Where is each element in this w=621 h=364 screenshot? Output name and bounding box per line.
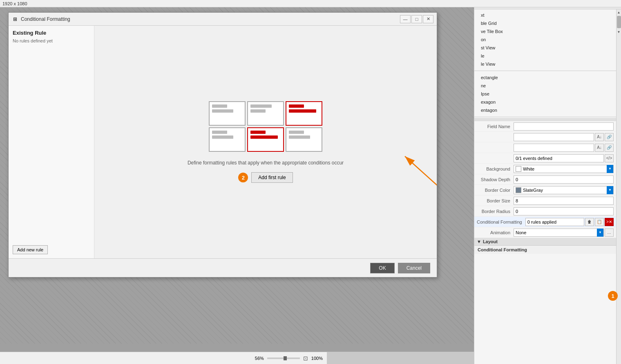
illus-cell-1 xyxy=(209,101,246,126)
zoom-full-label: 100% xyxy=(311,356,323,361)
panel-shapes-list: ectangle ne Ipse exagon entagon xyxy=(474,72,616,116)
border-color-name: SlateGray xyxy=(523,188,543,193)
field2-row: A↓ 🔗 xyxy=(474,142,616,153)
border-color-select-arrow[interactable]: ▼ xyxy=(607,186,613,194)
panel-footer-label: Conditional Formatting xyxy=(474,245,616,254)
panel-item-on[interactable]: on xyxy=(474,36,616,44)
border-size-value xyxy=(514,197,614,205)
ok-button[interactable]: OK xyxy=(370,263,394,273)
border-color-select[interactable]: SlateGray ▼ xyxy=(514,186,614,194)
panel-item-le[interactable]: le xyxy=(474,52,616,60)
background-select[interactable]: White ▼ xyxy=(514,165,614,173)
field1-icon-link[interactable]: 🔗 xyxy=(605,133,614,141)
border-size-row: Border Size xyxy=(474,195,616,206)
field2-icon-a[interactable]: A↓ xyxy=(595,144,604,152)
cf-description: Define formatting rules that apply when … xyxy=(188,160,344,166)
illus-bar-red xyxy=(289,104,304,108)
border-radius-input[interactable] xyxy=(514,207,614,215)
panel-item-ellipse[interactable]: Ipse xyxy=(474,90,616,98)
background-select-arrow[interactable]: ▼ xyxy=(607,165,613,173)
events-row: 0/1 events defined </> xyxy=(474,153,616,164)
add-first-rule-section: 2 Add first rule xyxy=(238,172,293,183)
zoom-thumb xyxy=(284,356,287,360)
sidebar-empty-message: No rules defined yet xyxy=(13,38,90,43)
illus-bar xyxy=(212,104,227,108)
right-panel-scrollbar: ▲ ▼ xyxy=(616,9,621,364)
panel-divider-2 xyxy=(474,117,616,117)
events-code-icon[interactable]: </> xyxy=(605,154,614,162)
field2-value: A↓ 🔗 xyxy=(514,144,614,152)
right-panel-scroll: xt ble Grid ve Tile Box on st View le le… xyxy=(474,9,621,364)
panel-item-pentagon[interactable]: entagon xyxy=(474,106,616,114)
cf-illustration xyxy=(209,101,322,152)
cf-row-label: Conditional Formatting xyxy=(477,220,525,224)
events-value: 0/1 events defined </> xyxy=(514,154,614,162)
border-size-input[interactable] xyxy=(514,197,614,205)
panel-item-rectangle[interactable]: ectangle xyxy=(474,73,616,82)
illus-cell-6 xyxy=(286,127,322,152)
animation-select-arrow[interactable]: ▼ xyxy=(597,229,603,237)
scroll-thumb[interactable] xyxy=(617,16,621,28)
background-color-name: White xyxy=(523,166,534,171)
events-select[interactable]: 0/1 events defined xyxy=(514,154,604,162)
panel-item-line[interactable]: ne xyxy=(474,82,616,90)
right-panel-content: xt ble Grid ve Tile Box on st View le le… xyxy=(474,9,616,364)
shadow-depth-value xyxy=(514,175,614,184)
animation-row: Animation None ▼ … xyxy=(474,227,616,238)
cf-copy-btn[interactable]: 📋 xyxy=(595,218,604,226)
panel-item-le-view[interactable]: le View xyxy=(474,60,616,68)
field1-input[interactable] xyxy=(514,133,594,141)
panel-divider-1 xyxy=(474,71,616,71)
animation-more-btn[interactable]: … xyxy=(605,229,614,237)
background-value: White ▼ xyxy=(514,165,614,173)
field2-icon-link[interactable]: 🔗 xyxy=(605,144,614,152)
animation-select[interactable]: None ▼ xyxy=(514,229,604,237)
field2-input[interactable] xyxy=(514,144,594,152)
add-new-rule-button[interactable]: Add new rule xyxy=(13,245,48,254)
maximize-button[interactable]: □ xyxy=(411,15,422,23)
field-name-input[interactable] xyxy=(514,122,614,131)
add-first-rule-button[interactable]: Add first rule xyxy=(251,172,293,183)
layout-section-header: ▼ Layout xyxy=(474,238,616,245)
shadow-depth-label: Shadow Depth xyxy=(477,177,514,182)
zoom-slider[interactable] xyxy=(267,357,300,359)
panel-item-xt[interactable]: xt xyxy=(474,11,616,19)
border-color-row: Border Color SlateGray ▼ xyxy=(474,185,616,195)
events-select-content: 0/1 events defined xyxy=(514,156,603,161)
border-color-label: Border Color xyxy=(477,188,514,193)
panel-item-tile[interactable]: ve Tile Box xyxy=(474,27,616,36)
resize-icon[interactable]: ⊡ xyxy=(303,355,308,362)
zoom-percent: 56% xyxy=(255,356,264,361)
cancel-button[interactable]: Cancel xyxy=(398,263,430,273)
animation-select-content: None xyxy=(514,230,597,235)
cf-delete-btn[interactable]: 🗑 xyxy=(585,218,594,226)
animation-label: Animation xyxy=(477,230,514,235)
field1-row: A↓ 🔗 xyxy=(474,132,616,142)
dialog-footer: OK Cancel xyxy=(9,258,437,277)
dialog-sidebar: Existing Rule No rules defined yet Add n… xyxy=(9,26,94,258)
panel-item-grid[interactable]: ble Grid xyxy=(474,19,616,27)
status-bar: 56% ⊡ 100% xyxy=(0,352,327,364)
scroll-up-arrow[interactable]: ▲ xyxy=(617,9,621,15)
border-color-swatch xyxy=(516,187,521,193)
scroll-down-arrow[interactable]: ▼ xyxy=(617,29,621,35)
conditional-formatting-dialog: ⊞ Conditional Formatting — □ ✕ Existing … xyxy=(8,12,437,277)
cf-edit-btn[interactable]: >✕ xyxy=(605,218,614,226)
dialog-body: Existing Rule No rules defined yet Add n… xyxy=(9,26,437,258)
illus-cell-2 xyxy=(247,101,284,126)
panel-item-hexagon[interactable]: exagon xyxy=(474,98,616,106)
field1-icon-a[interactable]: A↓ xyxy=(595,133,604,141)
cf-value-text: 0 rules applied xyxy=(527,220,557,224)
border-radius-value xyxy=(514,207,614,215)
illus-bar-red xyxy=(250,135,278,139)
cf-value-box: 0 rules applied xyxy=(525,218,584,226)
layout-collapse-icon[interactable]: ▼ xyxy=(477,239,481,244)
close-button[interactable]: ✕ xyxy=(423,15,433,23)
border-radius-label: Border Radius xyxy=(477,209,514,214)
svg-line-1 xyxy=(405,156,437,230)
field-name-value xyxy=(514,122,614,131)
shadow-depth-input[interactable] xyxy=(514,175,614,184)
minimize-button[interactable]: — xyxy=(400,15,411,23)
panel-item-list-view[interactable]: st View xyxy=(474,44,616,52)
background-label: Background xyxy=(477,166,514,171)
